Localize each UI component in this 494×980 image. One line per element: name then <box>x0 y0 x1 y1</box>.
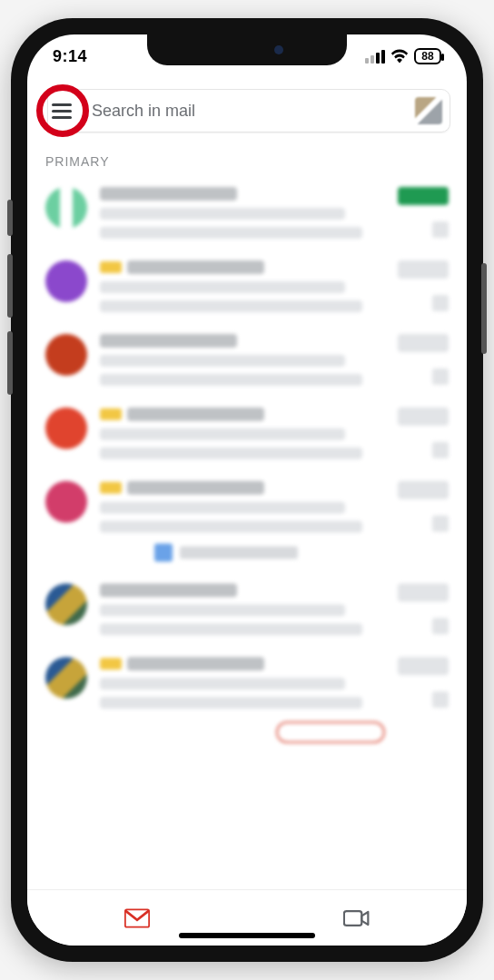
sender-avatar <box>45 583 87 625</box>
email-meta <box>398 187 449 239</box>
email-label <box>398 481 449 499</box>
importance-marker-icon <box>100 482 122 494</box>
email-preview <box>100 334 385 386</box>
star-icon[interactable] <box>432 368 449 385</box>
email-preview <box>100 187 385 239</box>
section-label-primary: PRIMARY <box>45 154 449 169</box>
email-row[interactable] <box>40 574 454 648</box>
email-preview <box>100 407 385 459</box>
email-meta <box>398 407 449 459</box>
video-camera-icon <box>343 908 370 928</box>
cellular-icon <box>365 50 385 64</box>
account-avatar[interactable] <box>415 97 442 124</box>
email-meta <box>398 583 449 635</box>
search-input[interactable] <box>92 102 408 121</box>
email-label <box>398 583 449 602</box>
email-row[interactable] <box>40 472 454 574</box>
email-meta <box>398 334 449 386</box>
sender-avatar <box>45 407 87 449</box>
battery-icon: 88 <box>414 48 441 64</box>
star-icon[interactable] <box>432 691 449 708</box>
email-meta <box>398 260 449 312</box>
star-icon[interactable] <box>432 618 449 634</box>
attachment-chip[interactable] <box>154 544 385 562</box>
email-meta <box>398 657 449 743</box>
email-row[interactable] <box>40 178 454 251</box>
email-row[interactable] <box>40 648 454 756</box>
home-indicator[interactable] <box>179 933 315 938</box>
sender-avatar <box>45 334 87 376</box>
star-icon[interactable] <box>432 442 449 458</box>
star-icon[interactable] <box>432 515 449 532</box>
email-preview <box>100 657 385 743</box>
tab-mail[interactable] <box>27 908 247 928</box>
email-row[interactable] <box>40 251 454 325</box>
email-preview <box>100 583 385 635</box>
email-label <box>398 260 449 279</box>
sender-avatar <box>45 260 87 302</box>
importance-marker-icon <box>100 261 122 273</box>
email-row[interactable] <box>40 398 454 472</box>
mail-icon <box>124 908 150 928</box>
email-preview <box>100 260 385 312</box>
sender-avatar <box>45 481 87 523</box>
wifi-icon <box>390 49 409 64</box>
email-preview <box>100 481 385 562</box>
star-icon[interactable] <box>432 221 449 238</box>
email-label <box>398 657 449 675</box>
email-label <box>398 187 449 205</box>
email-list[interactable] <box>27 178 467 889</box>
action-button[interactable] <box>276 721 385 743</box>
menu-icon[interactable] <box>44 93 80 129</box>
tab-meet[interactable] <box>247 908 467 928</box>
sender-avatar <box>45 187 87 229</box>
sender-avatar <box>45 657 87 699</box>
svg-rect-1 <box>344 911 361 926</box>
email-row[interactable] <box>40 325 454 398</box>
device-notch <box>147 34 347 65</box>
email-label <box>398 334 449 352</box>
importance-marker-icon <box>100 408 122 420</box>
email-meta <box>398 481 449 562</box>
email-label <box>398 407 449 426</box>
star-icon[interactable] <box>432 295 449 311</box>
status-time: 9:14 <box>53 47 87 66</box>
search-bar[interactable] <box>47 89 450 132</box>
importance-marker-icon <box>100 658 122 670</box>
